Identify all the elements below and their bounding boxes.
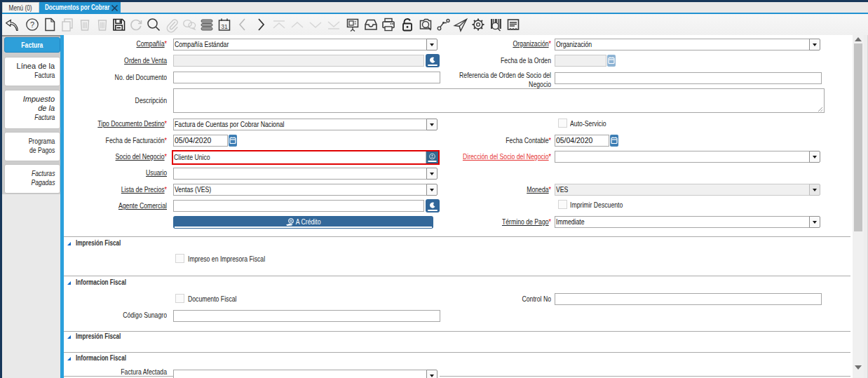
svg-text:?: ? xyxy=(30,20,34,29)
svg-text:31: 31 xyxy=(221,23,228,30)
